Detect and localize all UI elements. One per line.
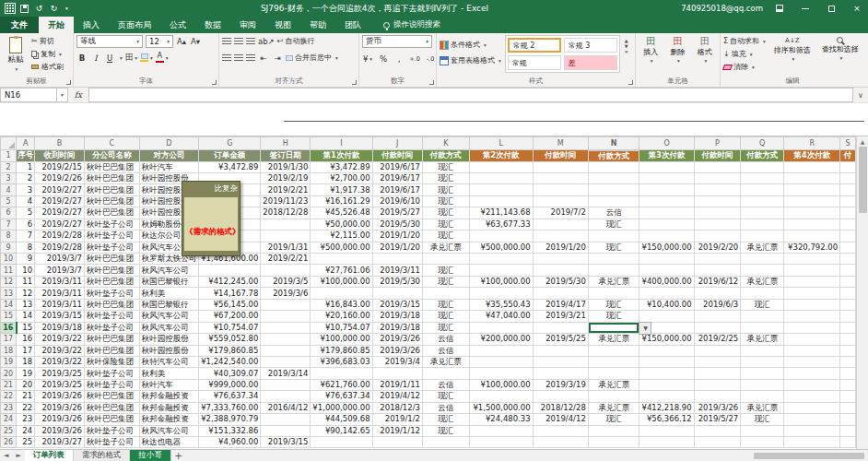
header-cell-A1[interactable]: 序号 bbox=[17, 150, 35, 162]
cell-O22[interactable] bbox=[639, 391, 694, 402]
cell-C16[interactable]: 秋叶垫子公司 bbox=[84, 322, 139, 333]
cell-J19[interactable]: 2019/3/4 bbox=[372, 356, 422, 367]
cell-J7[interactable]: 2019/5/30 bbox=[372, 219, 422, 230]
cell-H10[interactable]: 2019/2/21 bbox=[261, 254, 311, 265]
row-header-17[interactable]: 17 bbox=[1, 334, 17, 345]
font-name-combo[interactable]: 等线▾ bbox=[76, 35, 143, 48]
cell-A6[interactable]: 5 bbox=[17, 207, 35, 219]
cell-S14[interactable] bbox=[840, 299, 856, 310]
cell-K9[interactable]: 承兑汇票 bbox=[422, 242, 469, 253]
cell-M18[interactable] bbox=[533, 345, 588, 356]
row-header-8[interactable]: 8 bbox=[1, 230, 17, 242]
cell-S25[interactable] bbox=[840, 425, 856, 436]
cell-C15[interactable]: 秋叶垫子公司 bbox=[84, 311, 139, 322]
insert-cells-button[interactable]: 田插入▾ bbox=[640, 35, 661, 64]
cell-G22[interactable]: ¥76,637.34 bbox=[199, 391, 261, 402]
cell-P10[interactable] bbox=[694, 254, 741, 265]
cell-O23[interactable]: ¥412,218.90 bbox=[639, 402, 694, 413]
cell-H11[interactable] bbox=[261, 265, 311, 276]
cell-M14[interactable]: 2019/4/17 bbox=[533, 299, 588, 310]
cell-A9[interactable]: 8 bbox=[17, 242, 35, 253]
cell-Q13[interactable] bbox=[741, 288, 784, 299]
cell-K4[interactable]: 现汇 bbox=[422, 184, 469, 195]
cell-A3[interactable]: 2 bbox=[17, 172, 35, 183]
cell-O15[interactable] bbox=[639, 311, 694, 322]
cell-C11[interactable]: 秋叶巴巴集团 bbox=[84, 265, 139, 276]
cell-M15[interactable]: 2019/3/21 bbox=[533, 311, 588, 322]
cell-H19[interactable] bbox=[261, 356, 311, 367]
decrease-font-size-button[interactable]: A▾ bbox=[190, 36, 201, 48]
cell-G12[interactable]: ¥412,245.00 bbox=[199, 276, 261, 287]
cell-N23[interactable]: 承兑汇票 bbox=[588, 402, 639, 413]
cell-B18[interactable]: 2019/3/22 bbox=[35, 345, 85, 356]
cell-G20[interactable]: ¥40,309.07 bbox=[199, 368, 261, 379]
cell-N3[interactable] bbox=[588, 172, 639, 183]
cell-M11[interactable] bbox=[533, 265, 588, 276]
cell-G25[interactable]: ¥151,332.86 bbox=[199, 425, 261, 436]
header-cell-M1[interactable]: 付款时间 bbox=[533, 150, 588, 162]
cell-M21[interactable]: 2019/3/19 bbox=[533, 379, 588, 390]
bold-button[interactable]: B bbox=[76, 52, 88, 64]
horizontal-scrollbar[interactable] bbox=[186, 450, 868, 461]
cell-H18[interactable] bbox=[261, 345, 311, 356]
cell-J6[interactable]: 2019/5/27 bbox=[372, 207, 422, 219]
cell-Q19[interactable] bbox=[741, 356, 784, 367]
comma-style-button[interactable]: , bbox=[393, 53, 405, 65]
cell-A4[interactable]: 3 bbox=[17, 184, 35, 195]
column-header-O[interactable]: O bbox=[639, 137, 694, 150]
select-all-corner[interactable] bbox=[1, 137, 17, 150]
cell-R16[interactable] bbox=[784, 322, 840, 333]
cell-C12[interactable]: 秋叶巴巴集团 bbox=[84, 276, 139, 287]
align-center-icon[interactable] bbox=[234, 54, 243, 61]
cell-L5[interactable] bbox=[469, 195, 533, 207]
header-cell-J1[interactable]: 付款时间 bbox=[372, 150, 422, 162]
cell-K13[interactable] bbox=[422, 288, 469, 299]
sheet-nav-right-icon[interactable]: ► bbox=[12, 450, 24, 461]
cell-A13[interactable]: 12 bbox=[17, 288, 35, 299]
cell-C4[interactable]: 秋叶巴巴集团 bbox=[84, 184, 139, 195]
cell-J12[interactable]: 2019/5/30 bbox=[372, 276, 422, 287]
cell-K12[interactable]: 现汇 bbox=[422, 276, 469, 287]
row-header-6[interactable]: 6 bbox=[1, 207, 17, 219]
row-header-24[interactable]: 24 bbox=[1, 414, 17, 425]
cell-L23[interactable]: ¥1,500,000.00 bbox=[469, 402, 533, 413]
cell-K6[interactable]: 现汇 bbox=[422, 207, 469, 219]
cell-K15[interactable]: 现汇 bbox=[422, 311, 469, 322]
cell-D26[interactable]: 秋达也电器 bbox=[139, 437, 199, 448]
row-header-13[interactable]: 13 bbox=[1, 288, 17, 299]
cell-H5[interactable]: 2019/11/23 bbox=[261, 195, 311, 207]
cell-R19[interactable] bbox=[784, 356, 840, 367]
cell-R17[interactable] bbox=[784, 334, 840, 345]
sheet-tab[interactable]: 需求的格式 bbox=[74, 450, 131, 461]
cell-R24[interactable] bbox=[784, 414, 840, 425]
cell-L13[interactable] bbox=[469, 288, 533, 299]
cell-D16[interactable]: 秋风汽车公司 bbox=[139, 322, 199, 333]
cell-S2[interactable] bbox=[840, 161, 856, 172]
cell-A24[interactable]: 23 bbox=[17, 414, 35, 425]
cell-A23[interactable]: 22 bbox=[17, 402, 35, 413]
cell-O10[interactable] bbox=[639, 254, 694, 265]
increase-font-size-button[interactable]: A▴ bbox=[176, 36, 187, 48]
cell-Q23[interactable]: 承兑汇票 bbox=[741, 402, 784, 413]
cell-K16[interactable]: 现汇 bbox=[422, 322, 469, 333]
scroll-up-icon[interactable]: ▲ bbox=[861, 136, 865, 147]
cell-L9[interactable]: ¥500,000.00 bbox=[469, 242, 533, 253]
wrap-text-button[interactable]: ↩自动换行 bbox=[277, 35, 315, 47]
cell-J9[interactable]: 2019/1/20 bbox=[372, 242, 422, 253]
cell-S18[interactable] bbox=[840, 345, 856, 356]
row-header-1[interactable]: 1 bbox=[1, 150, 17, 162]
cell-J10[interactable] bbox=[372, 254, 422, 265]
cell-D15[interactable]: 秋风汽车公司 bbox=[139, 311, 199, 322]
cell-M22[interactable] bbox=[533, 391, 588, 402]
column-header-P[interactable]: P bbox=[694, 137, 741, 150]
cell-R6[interactable] bbox=[784, 207, 840, 219]
cell-A12[interactable]: 11 bbox=[17, 276, 35, 287]
cell-P25[interactable] bbox=[694, 425, 741, 436]
cell-style-item[interactable]: 常规 bbox=[508, 55, 561, 70]
cell-R8[interactable] bbox=[784, 230, 840, 242]
cell-I18[interactable]: ¥179,860.85 bbox=[311, 345, 372, 356]
cell-R22[interactable] bbox=[784, 391, 840, 402]
cell-P22[interactable] bbox=[694, 391, 741, 402]
cell-R3[interactable] bbox=[784, 172, 840, 183]
cell-M16[interactable] bbox=[533, 322, 588, 333]
